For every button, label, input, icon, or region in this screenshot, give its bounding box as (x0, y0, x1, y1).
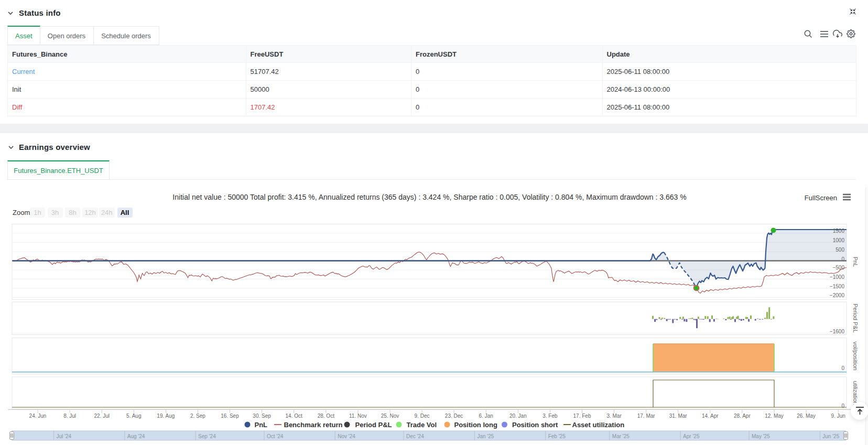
svg-text:23. Dec: 23. Dec (445, 413, 463, 419)
svg-text:28. Apr: 28. Apr (734, 413, 751, 419)
svg-text:6. Jan: 6. Jan (479, 413, 493, 419)
svg-text:Period P&L: Period P&L (852, 303, 859, 333)
svg-text:Aug '24: Aug '24 (127, 433, 145, 439)
svg-text:−1600: −1600 (830, 329, 845, 334)
svg-text:31. Mar: 31. Mar (669, 413, 688, 419)
svg-text:11. Nov: 11. Nov (349, 413, 367, 419)
svg-text:14. Oct: 14. Oct (286, 413, 302, 419)
svg-text:26. May: 26. May (797, 413, 816, 419)
svg-text:25. Nov: 25. Nov (381, 413, 399, 419)
svg-text:Asset utilization: Asset utilization (572, 421, 625, 429)
svg-text:PnL: PnL (852, 257, 859, 267)
svg-text:16. Sep: 16. Sep (221, 413, 239, 419)
svg-text:Jul '24: Jul '24 (57, 433, 72, 439)
svg-text:Jun '25: Jun '25 (822, 433, 839, 439)
svg-text:28. Oct: 28. Oct (318, 413, 334, 419)
svg-text:Trade Vol: Trade Vol (407, 421, 437, 429)
svg-text:14. Apr: 14. Apr (702, 413, 719, 419)
svg-text:1000: 1000 (833, 237, 845, 243)
svg-text:Dec '24: Dec '24 (406, 433, 424, 439)
svg-text:Feb '25: Feb '25 (548, 433, 566, 439)
svg-text:2. Sep: 2. Sep (190, 413, 205, 419)
svg-text:22. Jul: 22. Jul (94, 413, 109, 419)
svg-text:9. Jun: 9. Jun (831, 413, 845, 419)
svg-text:0: 0 (841, 365, 844, 371)
svg-text:Benchmark return: Benchmark return (284, 421, 343, 429)
svg-text:PnL: PnL (255, 421, 268, 429)
svg-text:24. Jun: 24. Jun (29, 413, 47, 419)
svg-text:Oct '24: Oct '24 (267, 433, 284, 439)
svg-text:19. Aug: 19. Aug (157, 413, 175, 419)
svg-text:9. Dec: 9. Dec (415, 413, 430, 419)
svg-text:Apr '25: Apr '25 (683, 433, 700, 439)
svg-text:Position long: Position long (454, 421, 497, 429)
svg-text:17. Feb: 17. Feb (573, 413, 591, 419)
svg-text:0: 0 (841, 256, 844, 262)
svg-text:3. Feb: 3. Feb (542, 413, 558, 419)
svg-text:Sep '24: Sep '24 (198, 433, 216, 439)
svg-text:−2000: −2000 (830, 292, 845, 298)
svg-text:8. Jul: 8. Jul (63, 413, 76, 419)
svg-text:−500: −500 (832, 265, 844, 270)
svg-text:0: 0 (841, 403, 844, 409)
svg-text:Position short: Position short (512, 421, 558, 429)
svg-text:500: 500 (836, 247, 844, 253)
svg-text:12. May: 12. May (765, 413, 784, 419)
svg-text:5. Aug: 5. Aug (126, 413, 141, 419)
svg-text:30. Sep: 30. Sep (253, 413, 271, 419)
svg-text:Period P&L: Period P&L (355, 421, 392, 429)
svg-text:Nov '24: Nov '24 (338, 433, 355, 439)
svg-text:vol/position: vol/position (852, 341, 859, 370)
svg-text:May '25: May '25 (752, 433, 770, 439)
svg-text:−1500: −1500 (830, 284, 845, 289)
svg-text:17. Mar: 17. Mar (637, 413, 656, 419)
svg-text:Mar '25: Mar '25 (612, 433, 630, 439)
svg-text:utilization: utilization (852, 381, 859, 405)
svg-text:20. Jan: 20. Jan (509, 413, 527, 419)
svg-text:Jan '25: Jan '25 (477, 433, 494, 439)
svg-text:−1000: −1000 (830, 274, 845, 280)
svg-text:3. Mar: 3. Mar (606, 413, 622, 419)
svg-text:1500: 1500 (833, 228, 845, 234)
